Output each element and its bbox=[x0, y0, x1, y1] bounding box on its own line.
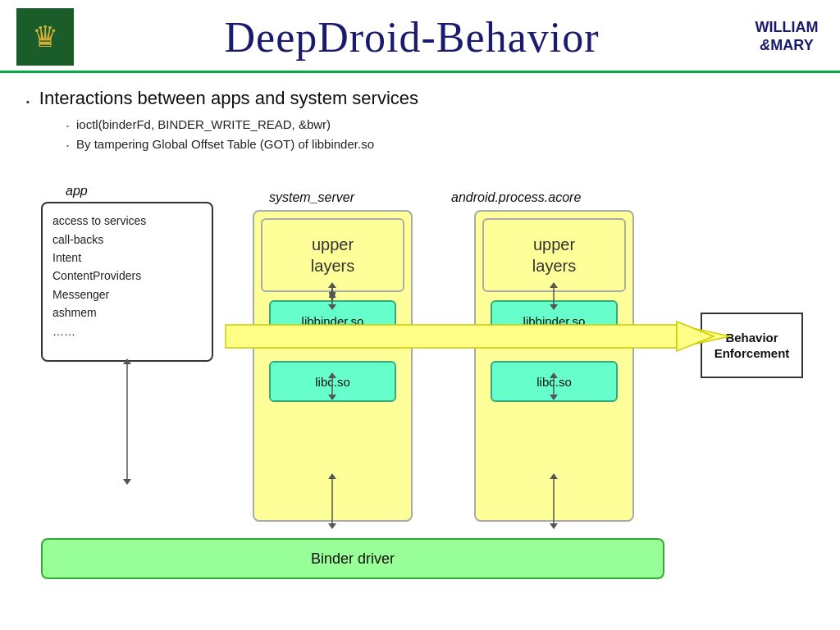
app-item-1: access to services bbox=[52, 212, 202, 230]
sys-server-label: system_server bbox=[269, 190, 354, 205]
app-item-5: Messenger bbox=[52, 285, 202, 304]
sub-dot-1: · bbox=[66, 117, 70, 135]
app-box-content: access to services call-backs Intent Con… bbox=[52, 212, 202, 340]
app-item-6: ashmem bbox=[52, 304, 202, 322]
app-item-3: Intent bbox=[52, 249, 202, 267]
acore-libc: libc.so bbox=[491, 361, 618, 402]
content-area: · Interactions between apps and system s… bbox=[0, 73, 840, 596]
sub-bullet-2-text: By tampering Global Offset Table (GOT) o… bbox=[76, 137, 374, 151]
page-title: DeepDroid-Behavior bbox=[74, 13, 750, 62]
acore-box: upper layers libbinder.so libc.so bbox=[474, 210, 634, 522]
dots-label: … bbox=[439, 313, 460, 338]
sub-bullet-2: · By tampering Global Offset Table (GOT)… bbox=[66, 137, 815, 155]
behavior-enforcement-box: Behavior Enforcement bbox=[701, 313, 803, 378]
main-bullet-text: Interactions between apps and system ser… bbox=[39, 88, 418, 109]
sys-libbinder: libbinder.so bbox=[269, 300, 396, 341]
acore-upper-layers: upper layers bbox=[482, 218, 626, 292]
app-item-4: ContentProviders bbox=[52, 267, 202, 285]
wm-line1: WILLIAM bbox=[750, 19, 824, 37]
app-item-2: call-backs bbox=[52, 231, 202, 249]
app-item-7: …… bbox=[52, 322, 202, 340]
app-label: app bbox=[66, 184, 88, 199]
binder-driver-box: Binder driver bbox=[41, 538, 664, 579]
wm-ampersand: &MARY bbox=[750, 37, 824, 55]
acore-libbinder: libbinder.so bbox=[491, 300, 618, 341]
acore-binder-dn bbox=[550, 523, 558, 529]
bullet-dot-main: · bbox=[25, 89, 31, 112]
diagram: system_server android.process.acore app … bbox=[25, 161, 815, 587]
sub-dot-2: · bbox=[66, 137, 70, 155]
sub-bullet-1: · ioctl(binderFd, BINDER_WRITE_READ, &bw… bbox=[66, 117, 815, 135]
main-bullet: · Interactions between apps and system s… bbox=[25, 88, 815, 112]
sys-libc: libc.so bbox=[269, 361, 396, 402]
crown-icon: ♛ bbox=[32, 20, 58, 54]
sub-bullets: · ioctl(binderFd, BINDER_WRITE_READ, &bw… bbox=[66, 117, 815, 154]
william-mary-logo: WILLIAM &MARY bbox=[750, 19, 824, 54]
sub-bullet-1-text: ioctl(binderFd, BINDER_WRITE_READ, &bwr) bbox=[76, 117, 331, 131]
sys-upper-layers: upper layers bbox=[261, 218, 404, 292]
acore-label: android.process.acore bbox=[451, 190, 581, 205]
sys-server-box: upper layers libbinder.so libc.so bbox=[253, 210, 413, 522]
app-binder-dn bbox=[123, 479, 131, 485]
sys-binder-dn bbox=[328, 523, 336, 529]
wm-logo-box: ♛ bbox=[16, 8, 74, 66]
header: ♛ DeepDroid-Behavior WILLIAM &MARY bbox=[0, 0, 840, 73]
app-box: access to services call-backs Intent Con… bbox=[41, 202, 213, 362]
